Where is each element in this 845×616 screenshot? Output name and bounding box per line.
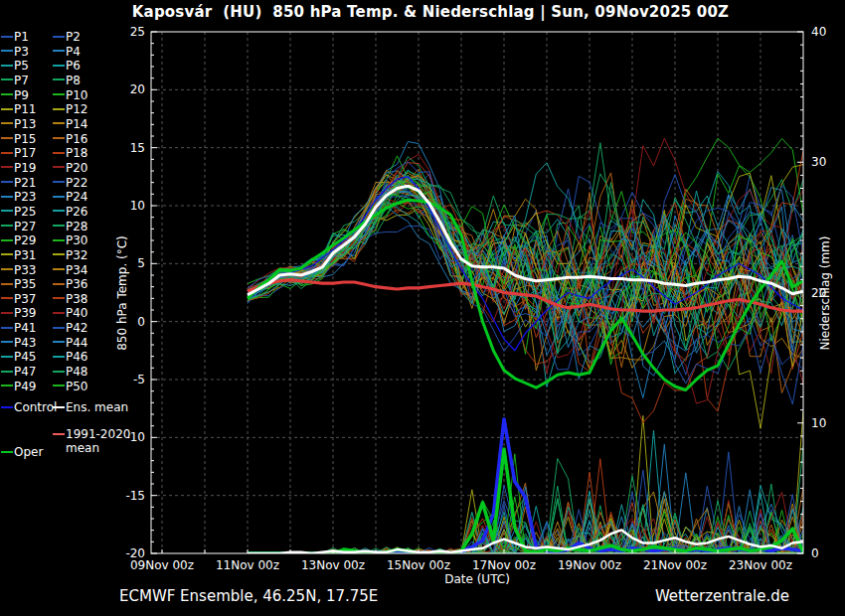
x-axis-tick-label: 21Nov 00z [643,558,707,572]
left-axis-tick-label: -15 [125,489,145,503]
plot-svg: 2520151050-5-10-15-2040302010009Nov 00z1… [0,0,845,616]
left-axis-tick-label: 25 [130,25,145,39]
right-axis-title: Niederschlag (mm) [818,236,832,351]
right-axis-tick-label: 30 [811,155,826,169]
ensemble-plot: Kaposvár (HU) 850 hPa Temp. & Niederschl… [0,0,845,616]
left-axis-tick-label: -5 [133,373,145,386]
left-axis-tick-label: 15 [130,141,145,155]
left-axis-tick-label: 10 [130,199,145,213]
x-axis-tick-label: 13Nov 00z [301,558,365,572]
x-axis-title: Date (UTC) [151,572,803,586]
right-axis-tick-label: 0 [811,546,819,560]
left-axis-tick-label: -10 [125,430,145,444]
left-axis-tick-label: 0 [137,315,145,329]
left-axis-tick-label: 20 [130,82,145,96]
left-axis-title: 850 hPa Temp. (°C) [115,235,129,351]
x-axis-tick-label: 11Nov 00z [216,558,279,572]
right-axis-tick-label: 40 [811,25,826,39]
left-axis-tick-label: 5 [137,256,145,270]
x-axis-tick-label: 23Nov 00z [729,558,792,572]
right-axis-tick-label: 10 [811,416,826,430]
series-group [248,138,803,553]
footer-site-name: Wetterzentrale.de [655,587,789,605]
footer-model-info: ECMWF Ensemble, 46.25N, 17.75E [119,587,378,605]
x-axis-tick-label: 15Nov 00z [387,558,450,572]
x-axis-tick-label: 09Nov 00z [130,558,194,572]
x-axis-tick-label: 17Nov 00z [472,558,536,572]
x-axis-tick-label: 19Nov 00z [558,558,621,572]
